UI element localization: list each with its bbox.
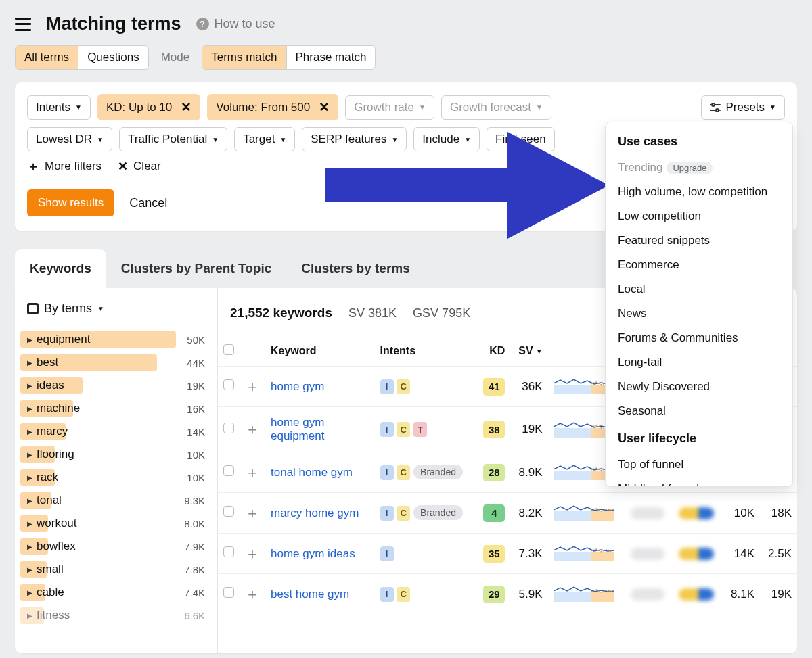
- row-checkbox[interactable]: [223, 587, 234, 598]
- show-results-button[interactable]: Show results: [27, 189, 114, 216]
- preset-item[interactable]: Featured snippets: [606, 229, 792, 253]
- sv-value: 36K: [510, 367, 547, 407]
- close-icon[interactable]: ✕: [319, 99, 330, 115]
- filter-volume[interactable]: Volume: From 500✕: [207, 94, 338, 120]
- preset-item[interactable]: Newly Discovered: [606, 375, 792, 399]
- intent-chip: T: [413, 422, 427, 437]
- intent-chip: C: [397, 422, 410, 437]
- tab-keywords[interactable]: Keywords: [15, 249, 106, 288]
- sliders-icon: [710, 103, 721, 112]
- keyword-link[interactable]: home gym: [271, 380, 324, 393]
- term-item[interactable]: ▶flooring10K: [15, 443, 217, 466]
- col-keyword[interactable]: Keyword: [265, 337, 375, 367]
- add-row-button[interactable]: ＋: [245, 504, 260, 521]
- term-item[interactable]: ▶machine16K: [15, 397, 217, 420]
- row-checkbox[interactable]: [223, 379, 234, 390]
- term-item[interactable]: ▶bowflex7.9K: [15, 535, 217, 558]
- keyword-link[interactable]: home gym ideas: [271, 547, 355, 560]
- preset-item[interactable]: High volume, low competition: [606, 180, 792, 204]
- row-checkbox[interactable]: [223, 546, 234, 557]
- term-item[interactable]: ▶ideas19K: [15, 374, 217, 397]
- keyword-link[interactable]: best home gym: [271, 588, 349, 601]
- hamburger-menu-icon[interactable]: [15, 18, 31, 31]
- filter-target[interactable]: Target▼: [234, 127, 295, 151]
- tab-terms-match[interactable]: Terms match: [202, 46, 286, 69]
- add-row-button[interactable]: ＋: [245, 586, 260, 603]
- col-kd[interactable]: KD: [476, 337, 511, 367]
- svg-point-2: [712, 103, 715, 106]
- page-title: Matching terms: [46, 14, 181, 34]
- preset-item[interactable]: Seasonal: [606, 399, 792, 423]
- tab-clusters-terms[interactable]: Clusters by terms: [286, 249, 425, 288]
- filter-growth-forecast[interactable]: Growth forecast▼: [441, 95, 551, 120]
- preset-item[interactable]: Middle of funnel: [606, 477, 792, 487]
- term-item[interactable]: ▶workout8.0K: [15, 512, 217, 535]
- extra-col-2: 2.5K: [760, 534, 797, 574]
- filter-traffic-potential[interactable]: Traffic Potential▼: [119, 127, 227, 151]
- row-checkbox[interactable]: [223, 423, 234, 433]
- filter-include[interactable]: Include▼: [413, 127, 480, 151]
- keyword-link[interactable]: marcy home gym: [271, 507, 359, 519]
- term-count: 50K: [187, 334, 205, 346]
- term-item[interactable]: ▶marcy14K: [15, 420, 217, 443]
- preset-item[interactable]: Local: [606, 277, 792, 302]
- by-terms-dropdown[interactable]: By terms ▼: [15, 302, 217, 328]
- col-intents[interactable]: Intents: [375, 337, 476, 367]
- term-item[interactable]: ▶small7.8K: [15, 558, 217, 581]
- term-label: ▶machine: [20, 402, 80, 415]
- more-filters-button[interactable]: ＋More filters: [27, 158, 102, 174]
- term-label: ▶bowflex: [20, 540, 76, 553]
- filter-lowest-dr[interactable]: Lowest DR▼: [27, 127, 112, 151]
- term-label: ▶fitness: [20, 609, 70, 622]
- add-row-button[interactable]: ＋: [245, 421, 260, 438]
- filter-serp-features[interactable]: SERP features▼: [302, 127, 407, 151]
- add-row-button[interactable]: ＋: [245, 378, 260, 395]
- presets-button[interactable]: Presets▼: [701, 95, 785, 120]
- how-to-use-link[interactable]: ? How to use: [196, 17, 275, 31]
- caret-down-icon: ▼: [97, 305, 104, 312]
- tab-phrase-match[interactable]: Phrase match: [287, 46, 376, 69]
- col-sv[interactable]: SV▼: [510, 337, 547, 367]
- filter-intents[interactable]: Intents▼: [27, 95, 91, 120]
- filter-kd[interactable]: KD: Up to 10✕: [97, 94, 200, 120]
- blurred-value: [679, 548, 714, 560]
- preset-item[interactable]: Top of funnel: [606, 452, 792, 477]
- caret-right-icon: ▶: [27, 520, 32, 527]
- term-item[interactable]: ▶rack10K: [15, 466, 217, 489]
- extra-col-2: 19K: [760, 574, 797, 615]
- caret-down-icon: ▼: [536, 348, 543, 355]
- cancel-button[interactable]: Cancel: [129, 196, 167, 210]
- term-item[interactable]: ▶fitness6.6K: [15, 604, 217, 627]
- keyword-link[interactable]: tonal home gym: [271, 466, 353, 479]
- tab-questions[interactable]: Questions: [78, 46, 148, 69]
- close-icon[interactable]: ✕: [181, 99, 191, 115]
- filter-growth-rate[interactable]: Growth rate▼: [345, 95, 434, 120]
- term-item[interactable]: ▶tonal9.3K: [15, 489, 217, 512]
- preset-trending[interactable]: TrendingUpgrade: [606, 156, 792, 180]
- preset-item[interactable]: Ecommerce: [606, 253, 792, 277]
- row-checkbox[interactable]: [223, 465, 234, 476]
- caret-right-icon: ▶: [27, 543, 32, 550]
- keyword-link[interactable]: home gym equipment: [271, 416, 324, 442]
- add-row-button[interactable]: ＋: [245, 545, 260, 562]
- tab-all-terms[interactable]: All terms: [16, 46, 78, 69]
- term-item[interactable]: ▶cable7.4K: [15, 581, 217, 604]
- preset-item[interactable]: Low competition: [606, 204, 792, 229]
- tab-clusters-parent[interactable]: Clusters by Parent Topic: [106, 249, 286, 288]
- preset-item[interactable]: Forums & Communities: [606, 326, 792, 350]
- caret-right-icon: ▶: [27, 474, 32, 481]
- filter-first-seen[interactable]: First seen: [487, 127, 555, 151]
- caret-right-icon: ▶: [27, 405, 32, 413]
- term-item[interactable]: ▶equipment50K: [15, 328, 217, 351]
- term-count: 44K: [187, 357, 205, 369]
- close-icon: ✕: [118, 159, 128, 174]
- preset-item[interactable]: News: [606, 302, 792, 326]
- preset-item[interactable]: Long-tail: [606, 350, 792, 375]
- terms-filter-group: All terms Questions: [15, 45, 149, 70]
- term-item[interactable]: ▶best44K: [15, 351, 217, 374]
- caret-right-icon: ▶: [27, 612, 32, 619]
- add-row-button[interactable]: ＋: [245, 464, 260, 481]
- row-checkbox[interactable]: [223, 506, 234, 517]
- clear-filters-button[interactable]: ✕Clear: [118, 159, 161, 174]
- select-all-checkbox[interactable]: [223, 344, 234, 355]
